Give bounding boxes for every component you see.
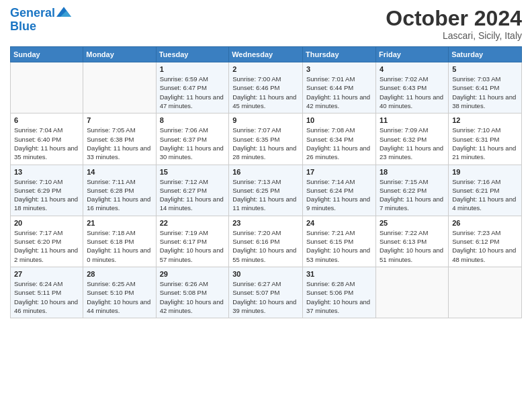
day-cell: 28Sunrise: 6:25 AMSunset: 5:10 PMDayligh… bbox=[83, 267, 156, 318]
day-cell: 2Sunrise: 7:00 AMSunset: 6:46 PMDaylight… bbox=[229, 62, 303, 113]
day-cell: 10Sunrise: 7:08 AMSunset: 6:34 PMDayligh… bbox=[303, 113, 376, 165]
day-number: 3 bbox=[306, 65, 372, 73]
day-number: 29 bbox=[160, 270, 226, 278]
day-number: 21 bbox=[87, 219, 152, 227]
day-cell: 26Sunrise: 7:23 AMSunset: 6:12 PMDayligh… bbox=[449, 216, 522, 267]
day-cell: 19Sunrise: 7:16 AMSunset: 6:21 PMDayligh… bbox=[449, 165, 522, 216]
header: General Blue October 2024 Lascari, Sicil… bbox=[10, 7, 522, 41]
weekday-header-friday: Friday bbox=[375, 47, 448, 62]
day-number: 31 bbox=[306, 270, 372, 278]
day-number: 8 bbox=[160, 116, 226, 124]
day-number: 13 bbox=[14, 168, 79, 176]
day-detail: Sunrise: 7:02 AMSunset: 6:43 PMDaylight:… bbox=[380, 75, 445, 110]
day-detail: Sunrise: 7:01 AMSunset: 6:44 PMDaylight:… bbox=[306, 75, 372, 110]
day-number: 28 bbox=[87, 270, 152, 278]
day-cell: 18Sunrise: 7:15 AMSunset: 6:22 PMDayligh… bbox=[375, 165, 448, 216]
weekday-header-saturday: Saturday bbox=[449, 47, 522, 62]
day-number: 6 bbox=[14, 116, 79, 124]
day-cell bbox=[11, 62, 83, 113]
day-number: 19 bbox=[452, 168, 518, 176]
day-detail: Sunrise: 7:22 AMSunset: 6:13 PMDaylight:… bbox=[380, 228, 445, 264]
day-cell bbox=[449, 267, 522, 318]
day-detail: Sunrise: 7:18 AMSunset: 6:18 PMDaylight:… bbox=[87, 228, 152, 264]
day-cell: 9Sunrise: 7:07 AMSunset: 6:35 PMDaylight… bbox=[229, 113, 303, 165]
day-number: 2 bbox=[232, 65, 299, 73]
day-number: 11 bbox=[380, 116, 445, 124]
day-detail: Sunrise: 7:13 AMSunset: 6:25 PMDaylight:… bbox=[232, 177, 299, 213]
day-cell: 22Sunrise: 7:19 AMSunset: 6:17 PMDayligh… bbox=[156, 216, 229, 267]
day-number: 24 bbox=[306, 219, 372, 227]
day-detail: Sunrise: 7:16 AMSunset: 6:21 PMDaylight:… bbox=[452, 177, 518, 213]
day-cell: 23Sunrise: 7:20 AMSunset: 6:16 PMDayligh… bbox=[229, 216, 303, 267]
day-cell: 15Sunrise: 7:12 AMSunset: 6:27 PMDayligh… bbox=[156, 165, 229, 216]
day-detail: Sunrise: 7:20 AMSunset: 6:16 PMDaylight:… bbox=[232, 228, 299, 264]
day-number: 4 bbox=[380, 65, 445, 73]
day-cell: 14Sunrise: 7:11 AMSunset: 6:28 PMDayligh… bbox=[83, 165, 156, 216]
day-number: 15 bbox=[160, 168, 226, 176]
day-cell: 4Sunrise: 7:02 AMSunset: 6:43 PMDaylight… bbox=[375, 62, 448, 113]
day-number: 12 bbox=[452, 116, 518, 124]
day-detail: Sunrise: 7:03 AMSunset: 6:41 PMDaylight:… bbox=[452, 75, 518, 110]
day-cell: 16Sunrise: 7:13 AMSunset: 6:25 PMDayligh… bbox=[229, 165, 303, 216]
logo-icon bbox=[56, 5, 71, 19]
day-number: 10 bbox=[306, 116, 372, 124]
day-cell: 13Sunrise: 7:10 AMSunset: 6:29 PMDayligh… bbox=[11, 165, 83, 216]
day-detail: Sunrise: 7:12 AMSunset: 6:27 PMDaylight:… bbox=[160, 177, 226, 213]
day-detail: Sunrise: 7:10 AMSunset: 6:31 PMDaylight:… bbox=[452, 126, 518, 161]
weekday-header-tuesday: Tuesday bbox=[156, 47, 229, 62]
day-detail: Sunrise: 6:24 AMSunset: 5:11 PMDaylight:… bbox=[14, 279, 79, 315]
weekday-header-monday: Monday bbox=[83, 47, 156, 62]
logo-text: General bbox=[10, 7, 55, 20]
day-detail: Sunrise: 6:26 AMSunset: 5:08 PMDaylight:… bbox=[160, 279, 226, 315]
day-number: 18 bbox=[380, 168, 445, 176]
week-row-1: 1Sunrise: 6:59 AMSunset: 6:47 PMDaylight… bbox=[11, 62, 522, 113]
day-detail: Sunrise: 6:25 AMSunset: 5:10 PMDaylight:… bbox=[87, 279, 152, 315]
day-cell: 7Sunrise: 7:05 AMSunset: 6:38 PMDaylight… bbox=[83, 113, 156, 165]
day-number: 25 bbox=[380, 219, 445, 227]
day-cell: 8Sunrise: 7:06 AMSunset: 6:37 PMDaylight… bbox=[156, 113, 229, 165]
day-number: 17 bbox=[306, 168, 372, 176]
day-number: 16 bbox=[232, 168, 299, 176]
page: General Blue October 2024 Lascari, Sicil… bbox=[0, 0, 532, 411]
day-cell: 20Sunrise: 7:17 AMSunset: 6:20 PMDayligh… bbox=[11, 216, 83, 267]
day-detail: Sunrise: 7:11 AMSunset: 6:28 PMDaylight:… bbox=[87, 177, 152, 213]
day-number: 14 bbox=[87, 168, 152, 176]
day-detail: Sunrise: 7:17 AMSunset: 6:20 PMDaylight:… bbox=[14, 228, 79, 264]
day-cell: 3Sunrise: 7:01 AMSunset: 6:44 PMDaylight… bbox=[303, 62, 376, 113]
day-cell: 31Sunrise: 6:28 AMSunset: 5:06 PMDayligh… bbox=[303, 267, 376, 318]
day-cell: 29Sunrise: 6:26 AMSunset: 5:08 PMDayligh… bbox=[156, 267, 229, 318]
day-detail: Sunrise: 7:21 AMSunset: 6:15 PMDaylight:… bbox=[306, 228, 372, 264]
day-number: 7 bbox=[87, 116, 152, 124]
day-cell: 6Sunrise: 7:04 AMSunset: 6:40 PMDaylight… bbox=[11, 113, 83, 165]
day-detail: Sunrise: 7:07 AMSunset: 6:35 PMDaylight:… bbox=[232, 126, 299, 161]
day-cell: 27Sunrise: 6:24 AMSunset: 5:11 PMDayligh… bbox=[11, 267, 83, 318]
day-cell: 11Sunrise: 7:09 AMSunset: 6:32 PMDayligh… bbox=[375, 113, 448, 165]
day-number: 27 bbox=[14, 270, 79, 278]
day-number: 22 bbox=[160, 219, 226, 227]
week-row-5: 27Sunrise: 6:24 AMSunset: 5:11 PMDayligh… bbox=[11, 267, 522, 318]
day-detail: Sunrise: 7:09 AMSunset: 6:32 PMDaylight:… bbox=[380, 126, 445, 161]
week-row-3: 13Sunrise: 7:10 AMSunset: 6:29 PMDayligh… bbox=[11, 165, 522, 216]
day-detail: Sunrise: 7:08 AMSunset: 6:34 PMDaylight:… bbox=[306, 126, 372, 161]
day-detail: Sunrise: 6:28 AMSunset: 5:06 PMDaylight:… bbox=[306, 279, 372, 315]
weekday-header-sunday: Sunday bbox=[11, 47, 83, 62]
logo-text2: Blue bbox=[10, 20, 36, 34]
calendar-table: SundayMondayTuesdayWednesdayThursdayFrid… bbox=[10, 46, 522, 318]
day-cell: 24Sunrise: 7:21 AMSunset: 6:15 PMDayligh… bbox=[303, 216, 376, 267]
month-title: October 2024 bbox=[386, 7, 522, 30]
day-cell: 25Sunrise: 7:22 AMSunset: 6:13 PMDayligh… bbox=[375, 216, 448, 267]
day-detail: Sunrise: 7:05 AMSunset: 6:38 PMDaylight:… bbox=[87, 126, 152, 161]
title-block: October 2024 Lascari, Sicily, Italy bbox=[386, 7, 522, 41]
day-cell bbox=[375, 267, 448, 318]
day-detail: Sunrise: 7:04 AMSunset: 6:40 PMDaylight:… bbox=[14, 126, 79, 161]
week-row-2: 6Sunrise: 7:04 AMSunset: 6:40 PMDaylight… bbox=[11, 113, 522, 165]
day-detail: Sunrise: 7:15 AMSunset: 6:22 PMDaylight:… bbox=[380, 177, 445, 213]
location: Lascari, Sicily, Italy bbox=[386, 30, 522, 41]
day-cell: 12Sunrise: 7:10 AMSunset: 6:31 PMDayligh… bbox=[449, 113, 522, 165]
day-detail: Sunrise: 7:10 AMSunset: 6:29 PMDaylight:… bbox=[14, 177, 79, 213]
day-cell: 21Sunrise: 7:18 AMSunset: 6:18 PMDayligh… bbox=[83, 216, 156, 267]
day-number: 30 bbox=[232, 270, 299, 278]
day-cell: 5Sunrise: 7:03 AMSunset: 6:41 PMDaylight… bbox=[449, 62, 522, 113]
day-detail: Sunrise: 7:00 AMSunset: 6:46 PMDaylight:… bbox=[232, 75, 299, 110]
day-detail: Sunrise: 7:19 AMSunset: 6:17 PMDaylight:… bbox=[160, 228, 226, 264]
